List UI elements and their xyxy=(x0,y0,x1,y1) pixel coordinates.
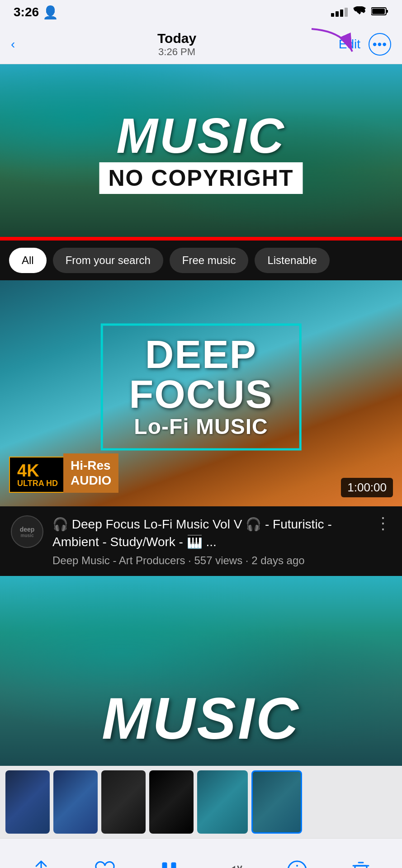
video-stats: Deep Music - Art Producers · 557 views ·… xyxy=(52,554,366,567)
channel-avatar[interactable]: deep music xyxy=(11,515,43,548)
svg-rect-5 xyxy=(171,863,176,868)
video-more-button[interactable]: ⋮ xyxy=(375,515,391,532)
badge-hires: Hi-Res AUDIO xyxy=(63,453,118,493)
hero-text-area: MUSIC NO COPYRIGHT xyxy=(0,111,402,194)
video-thumbnail[interactable]: DEEP FOCUS Lo-Fi MUSIC 4K ULTRA HD Hi-Re… xyxy=(0,280,402,506)
nav-right: Edit ••• xyxy=(339,33,391,56)
wifi-icon xyxy=(353,6,366,18)
nav-bar: ‹ Today 3:26 PM Edit ••• xyxy=(0,24,402,64)
second-hero-thumbnail[interactable]: MUSIC xyxy=(0,576,402,766)
time-display: 3:26 xyxy=(14,5,39,19)
like-button[interactable] xyxy=(87,852,123,868)
filter-bar: All From your search Free music Listenab… xyxy=(0,241,402,280)
mute-button[interactable] xyxy=(215,852,251,868)
thumb-item-3[interactable] xyxy=(101,770,146,834)
filter-from-search[interactable]: From your search xyxy=(53,248,163,273)
status-bar: 3:26 👤 xyxy=(0,0,402,24)
signal-bars xyxy=(331,8,348,17)
svg-point-8 xyxy=(288,861,306,868)
svg-point-10 xyxy=(296,865,298,867)
svg-rect-1 xyxy=(386,10,388,13)
share-button[interactable] xyxy=(23,852,59,868)
nav-subtitle: 3:26 PM xyxy=(157,46,196,58)
pause-button[interactable] xyxy=(151,852,187,868)
info-button[interactable] xyxy=(279,852,315,868)
channel-avatar-label: deep music xyxy=(20,526,35,538)
video-meta: 🎧 Deep Focus Lo-Fi Music Vol V 🎧 - Futur… xyxy=(52,515,366,567)
thumb-item-2[interactable] xyxy=(53,770,98,834)
video-title: 🎧 Deep Focus Lo-Fi Music Vol V 🎧 - Futur… xyxy=(52,515,366,551)
hero-music-title: MUSIC xyxy=(0,111,402,160)
status-icons xyxy=(331,6,388,18)
edit-button[interactable]: Edit xyxy=(339,37,360,52)
video-card[interactable]: DEEP FOCUS Lo-Fi MUSIC 4K ULTRA HD Hi-Re… xyxy=(0,280,402,576)
video-thumb-box: DEEP FOCUS Lo-Fi MUSIC xyxy=(100,323,302,450)
bottom-toolbar xyxy=(0,838,402,868)
back-button[interactable]: ‹ xyxy=(11,37,15,52)
battery-icon xyxy=(371,7,388,18)
second-music-title: MUSIC xyxy=(102,684,300,752)
video-info-row: deep music 🎧 Deep Focus Lo-Fi Music Vol … xyxy=(0,506,402,576)
hero-thumbnail[interactable]: MUSIC NO COPYRIGHT xyxy=(0,64,402,241)
nav-center: Today 3:26 PM xyxy=(157,31,196,58)
back-chevron: ‹ xyxy=(11,37,15,52)
person-icon: 👤 xyxy=(43,5,58,20)
svg-rect-2 xyxy=(372,9,385,14)
ellipsis-icon: ••• xyxy=(373,38,387,51)
duration-badge: 1:00:00 xyxy=(341,478,393,497)
thumb-item-1[interactable] xyxy=(5,770,50,834)
nav-title: Today xyxy=(157,31,196,46)
thumbnail-strip xyxy=(0,766,402,838)
svg-rect-4 xyxy=(162,863,167,868)
hero-copyright-title: NO COPYRIGHT xyxy=(99,162,303,194)
delete-button[interactable] xyxy=(343,852,379,868)
hero-red-bar xyxy=(0,237,402,241)
thumb-item-5[interactable] xyxy=(197,770,248,834)
lofi-music-title: Lo-Fi MUSIC xyxy=(121,414,281,439)
thumb-item-6-selected[interactable] xyxy=(251,770,302,834)
badge-4k: 4K ULTRA HD xyxy=(9,457,66,493)
filter-listenable[interactable]: Listenable xyxy=(255,248,329,273)
status-time: 3:26 👤 xyxy=(14,5,58,20)
thumb-item-4[interactable] xyxy=(149,770,194,834)
deep-focus-title: DEEP FOCUS xyxy=(121,335,281,414)
filter-all[interactable]: All xyxy=(9,248,47,273)
filter-free-music[interactable]: Free music xyxy=(170,248,249,273)
more-button[interactable]: ••• xyxy=(369,33,391,56)
